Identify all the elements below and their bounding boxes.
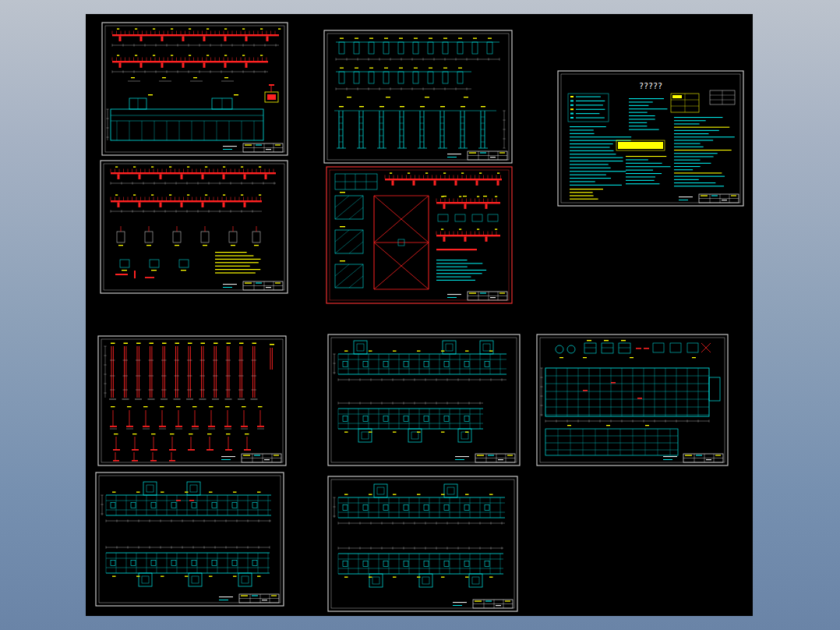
sheet-svg-sheet-10 <box>327 476 518 612</box>
sheet-svg-sheet-4 <box>100 160 288 294</box>
viewer-background: ????? <box>0 0 840 630</box>
sheet-svg-sheet-7 <box>327 334 521 466</box>
drawing-general-notes: ????? <box>557 70 744 207</box>
sheet-svg-sheet-2 <box>323 30 513 164</box>
drawing-beam-elevations-and-foundation <box>101 22 288 156</box>
sheet-svg-sheet-6 <box>97 335 287 466</box>
drawing-member-details <box>323 30 513 164</box>
sheet-svg-sheet-8 <box>536 334 729 466</box>
drawing-framing-plan-c <box>95 472 284 607</box>
drawing-framing-plan-a <box>327 334 521 466</box>
drawing-column-schedule <box>97 335 287 466</box>
cad-canvas: ????? <box>86 14 753 616</box>
drawing-beam-elevations-details <box>100 160 288 294</box>
notes-title: ????? <box>639 82 662 90</box>
drawing-framing-plan-d <box>327 476 518 612</box>
drawing-bracing-details <box>326 166 513 304</box>
sheet-svg-sheet-9 <box>95 472 284 607</box>
sheet-svg-sheet-1 <box>101 22 288 156</box>
sheet-svg-sheet-5 <box>326 166 513 304</box>
sheet-svg-sheet-3: ????? <box>557 70 744 207</box>
drawing-framing-plan-b <box>536 334 729 466</box>
